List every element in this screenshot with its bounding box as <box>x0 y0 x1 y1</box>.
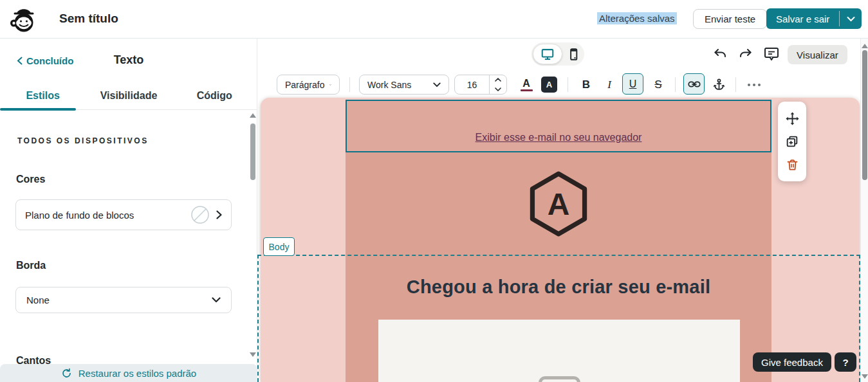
toolbar-divider <box>675 77 676 92</box>
save-and-exit-button-group: Salvar e sair <box>766 8 862 29</box>
highlight-color-icon: A <box>546 80 552 89</box>
mobile-preview-button[interactable] <box>562 48 584 61</box>
bold-button[interactable]: B <box>578 75 595 95</box>
colors-heading: Cores <box>16 174 45 185</box>
give-feedback-button[interactable]: Give feedback <box>753 352 831 372</box>
delete-block-button[interactable] <box>784 157 800 172</box>
more-options-icon <box>748 84 750 86</box>
save-and-exit-button[interactable]: Salvar e sair <box>766 8 839 29</box>
block-background-label: Plano de fundo de blocos <box>25 210 190 221</box>
image-content-block[interactable] <box>378 320 740 382</box>
desktop-icon <box>540 47 555 61</box>
send-test-button[interactable]: Enviar teste <box>693 9 767 29</box>
settings-sidebar: Concluído Texto Estilos Visibilidade Cód… <box>0 39 257 382</box>
border-heading: Borda <box>16 260 46 271</box>
scroll-down-arrow[interactable] <box>862 374 868 379</box>
refresh-icon <box>61 368 72 379</box>
bold-icon: B <box>582 78 590 91</box>
paragraph-style-select[interactable]: Parágrafo <box>277 75 340 95</box>
font-family-select[interactable]: Work Sans <box>359 75 449 95</box>
device-preview-toggle <box>531 42 584 66</box>
strikethrough-icon: S <box>654 78 661 91</box>
underline-button-active[interactable]: U <box>622 73 643 95</box>
help-button[interactable]: ? <box>835 352 856 372</box>
insert-link-button-active[interactable] <box>683 73 705 95</box>
sidebar-scrollbar-thumb[interactable] <box>250 123 255 180</box>
body-tag-label: Body <box>269 242 290 252</box>
duplicate-block-button[interactable] <box>784 134 800 149</box>
font-size-increase-button[interactable] <box>490 75 506 85</box>
chevron-down-icon <box>212 297 221 303</box>
preview-label: Visualizar <box>797 50 838 60</box>
font-family-value: Work Sans <box>367 80 428 90</box>
font-size-value[interactable]: 16 <box>455 75 489 94</box>
heading-text-block[interactable]: Chegou a hora de criar seu e-mail <box>346 255 771 320</box>
text-color-swatch <box>521 89 533 91</box>
caret-up-icon <box>495 78 501 82</box>
tab-codigo[interactable]: Código <box>172 89 257 109</box>
strikethrough-button[interactable]: S <box>649 75 668 95</box>
topbar: Sem título Alterações salvas Enviar test… <box>0 0 868 39</box>
move-block-button[interactable] <box>784 111 800 126</box>
hexagon-logo-icon: A <box>525 170 592 237</box>
document-title[interactable]: Sem título <box>59 12 118 26</box>
duplicate-icon <box>785 134 799 149</box>
underline-icon: U <box>629 78 637 90</box>
desktop-preview-button[interactable] <box>533 44 562 64</box>
italic-icon: I <box>607 78 611 91</box>
send-test-label: Enviar teste <box>705 14 755 24</box>
scroll-up-arrow[interactable] <box>862 44 868 48</box>
redo-button[interactable] <box>737 46 754 63</box>
chevron-down-icon <box>433 82 441 87</box>
sidebar-tabs: Estilos Visibilidade Código <box>0 89 257 110</box>
chevron-down-icon <box>847 16 855 22</box>
save-and-exit-label: Salvar e sair <box>776 14 829 24</box>
highlight-color-button[interactable]: A <box>541 77 557 93</box>
main-scrollbar-thumb[interactable] <box>862 50 867 180</box>
toolbar-divider <box>349 77 350 92</box>
preview-button[interactable]: Visualizar <box>788 45 847 64</box>
sidebar-scroll-down-arrow[interactable] <box>250 352 256 357</box>
restore-default-styles-button[interactable]: Restaurar os estilos padrão <box>0 364 257 382</box>
border-style-select[interactable]: None <box>15 287 232 313</box>
paragraph-style-value: Parágrafo <box>285 80 324 90</box>
undo-button[interactable] <box>712 46 728 63</box>
block-background-color-row[interactable]: Plano de fundo de blocos <box>15 199 232 230</box>
selected-text-block[interactable]: Exibir esse e-mail no seu navegador <box>346 100 771 152</box>
question-mark-icon: ? <box>842 357 848 368</box>
mobile-icon <box>567 48 580 61</box>
view-in-browser-link[interactable]: Exibir esse e-mail no seu navegador <box>476 132 642 143</box>
logo-image-block[interactable]: A <box>346 152 771 255</box>
tab-estilos[interactable]: Estilos <box>0 89 86 109</box>
save-and-exit-dropdown-button[interactable] <box>840 8 862 29</box>
sidebar-scroll-up-arrow[interactable] <box>250 113 256 118</box>
restore-default-styles-label: Restaurar os estilos padrão <box>78 368 196 379</box>
phone-icon <box>539 376 580 382</box>
email-heading-text: Chegou a hora de criar seu e-mail <box>407 277 710 298</box>
give-feedback-label: Give feedback <box>761 357 823 368</box>
logo-letter: A <box>548 186 570 221</box>
link-icon <box>687 77 701 91</box>
font-size-control: 16 <box>454 75 507 95</box>
active-tab-underline <box>0 108 76 111</box>
body-tag[interactable]: Body <box>263 237 295 256</box>
comment-icon <box>763 46 780 62</box>
caret-down-icon <box>495 87 501 91</box>
trash-icon <box>786 158 799 172</box>
text-color-icon: A <box>522 78 530 89</box>
toolbar-divider <box>568 77 568 92</box>
font-size-decrease-button[interactable] <box>490 85 506 95</box>
main-scrollbar[interactable] <box>860 39 868 382</box>
all-devices-section-header: TODOS OS DISPOSITIVOS <box>17 136 149 145</box>
undo-icon <box>712 47 728 62</box>
redo-icon <box>738 47 753 62</box>
tab-visibilidade[interactable]: Visibilidade <box>86 89 171 109</box>
italic-button[interactable]: I <box>601 75 618 95</box>
toolbar-divider <box>735 77 736 92</box>
mailchimp-logo-icon[interactable] <box>10 5 38 33</box>
chevron-right-icon <box>216 210 222 219</box>
text-color-button[interactable]: A <box>519 75 534 95</box>
comments-button[interactable] <box>762 45 780 63</box>
more-options-button[interactable] <box>744 75 764 95</box>
anchor-button[interactable] <box>710 75 728 95</box>
